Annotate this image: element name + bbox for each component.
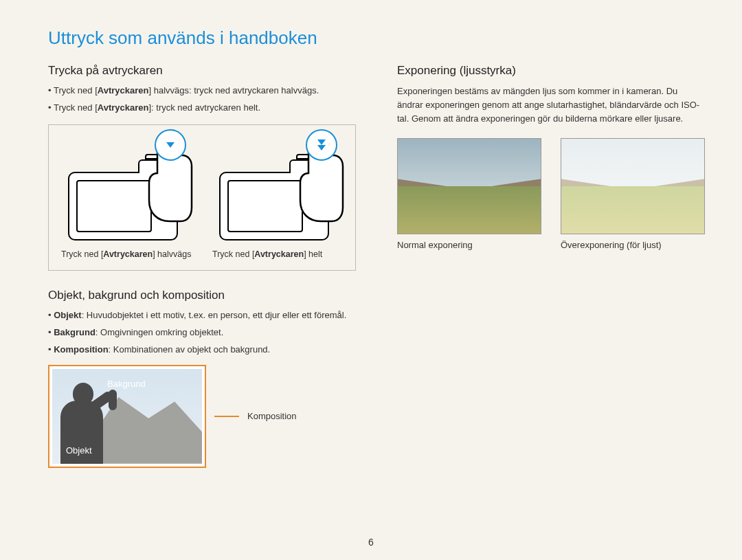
exposure-normal: Normal exponering <box>397 138 541 250</box>
heading-shutter: Trycka på avtryckaren <box>48 64 356 78</box>
content-columns: Trycka på avtryckaren Tryck ned [Avtryck… <box>48 64 694 468</box>
left-column: Trycka på avtryckaren Tryck ned [Avtryck… <box>48 64 356 468</box>
bullet: Komposition: Kombinationen av objekt och… <box>48 344 356 357</box>
page-title: Uttryck som används i handboken <box>48 27 694 49</box>
bullet: Bakgrund: Omgivningen omkring objektet. <box>48 326 356 339</box>
exposure-over: Överexponering (för ljust) <box>561 138 705 250</box>
shutter-half-press: Tryck ned [Avtryckaren] halvvägs <box>61 133 192 261</box>
bullet: Tryck ned [Avtryckaren]: tryck ned avtry… <box>48 102 356 115</box>
caption-over: Överexponering (för ljust) <box>561 240 705 250</box>
label-objekt: Objekt <box>66 445 92 456</box>
text: ]: tryck ned avtryckaren helt. <box>148 102 260 113</box>
shutter-illustration-box: Tryck ned [Avtryckaren] halvvägs <box>48 124 356 271</box>
label-bakgrund: Bakgrund <box>107 379 146 389</box>
photo-normal-exposure <box>397 138 541 234</box>
half-press-indicator-icon <box>155 129 186 161</box>
shutter-full-press: Tryck ned [Avtryckaren] helt <box>212 133 343 261</box>
bullet: Objekt: Huvudobjektet i ett motiv, t.ex.… <box>48 309 356 322</box>
composition-diagram-row: Bakgrund Objekt Komposition <box>48 365 356 468</box>
exposure-examples: Normal exponering Överexponering (för lj… <box>397 138 705 250</box>
exposure-paragraph: Exponeringen bestäms av mängden ljus som… <box>397 85 705 126</box>
photo-over-exposure <box>561 138 705 234</box>
caption-half: Tryck ned [Avtryckaren] halvvägs <box>61 249 192 261</box>
leader-line-icon <box>214 416 239 417</box>
text: Tryck ned [ <box>54 102 98 113</box>
composition-frame: Bakgrund Objekt <box>48 365 206 468</box>
heading-composition: Objekt, bakgrund och komposition <box>48 289 356 302</box>
full-press-indicator-icon <box>306 129 337 161</box>
section-composition: Objekt, bakgrund och komposition Objekt:… <box>48 289 356 468</box>
composition-bullets: Objekt: Huvudobjektet i ett motiv, t.ex.… <box>48 309 356 357</box>
heading-exposure: Exponering (ljusstyrka) <box>397 64 705 78</box>
bold-term: Avtryckaren <box>98 85 149 96</box>
bullet: Tryck ned [Avtryckaren] halvvägs: tryck … <box>48 85 356 98</box>
camera-illustration <box>61 133 192 243</box>
page-number: 6 <box>368 537 374 548</box>
text: ] halvvägs: tryck ned avtryckaren halvvä… <box>148 85 319 96</box>
caption-normal: Normal exponering <box>397 240 541 250</box>
camera-illustration <box>212 133 343 243</box>
caption-full: Tryck ned [Avtryckaren] helt <box>212 249 343 261</box>
bold-term: Avtryckaren <box>98 102 149 113</box>
shutter-bullets: Tryck ned [Avtryckaren] halvvägs: tryck … <box>48 85 356 115</box>
text: Tryck ned [ <box>54 85 98 96</box>
right-column: Exponering (ljusstyrka) Exponeringen bes… <box>397 64 705 468</box>
label-komposition: Komposition <box>247 411 297 421</box>
